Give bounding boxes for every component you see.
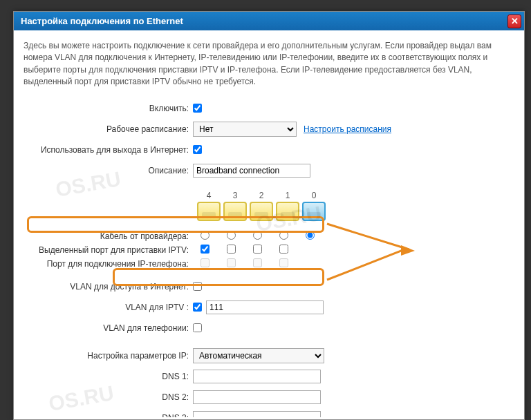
- port-numbers: 4 3 2 1 0: [197, 191, 514, 200]
- close-icon: ✕: [511, 16, 519, 26]
- iptv-port-2[interactable]: [253, 245, 262, 254]
- close-button[interactable]: ✕: [507, 15, 521, 28]
- label-vlan-iptv: VLAN для IPTV :: [24, 303, 193, 312]
- port-1-icon[interactable]: [276, 202, 299, 221]
- label-cable: Кабель от провайдера:: [24, 231, 193, 241]
- label-iptv-port: Выделенный порт для приставки IPTV:: [24, 245, 193, 255]
- ip-params-select[interactable]: Автоматическая: [193, 348, 324, 363]
- cable-radio-1[interactable]: [279, 231, 288, 240]
- cable-radio-0[interactable]: [306, 231, 315, 240]
- dns2-input[interactable]: [193, 390, 321, 404]
- description-input[interactable]: [193, 164, 310, 178]
- port-3-icon[interactable]: [223, 202, 247, 221]
- content-area: Здесь вы можете настроить подключение к …: [14, 30, 524, 417]
- phone-port-2[interactable]: [253, 258, 262, 267]
- iptv-port-4[interactable]: [201, 245, 209, 254]
- port-4-icon[interactable]: [197, 202, 221, 221]
- window-title: Настройка подключения по Ethernet: [21, 16, 183, 26]
- description-text: Здесь вы можете настроить подключение к …: [24, 40, 514, 88]
- cable-radio-2[interactable]: [253, 231, 262, 240]
- vlan-iptv-checkbox[interactable]: [193, 303, 202, 312]
- vlan-phone-checkbox[interactable]: [193, 323, 202, 332]
- phone-port-3[interactable]: [227, 258, 236, 267]
- dns3-input[interactable]: [193, 411, 321, 417]
- label-use-exit: Использовать для выхода в Интернет:: [24, 145, 193, 155]
- label-vlan-phone: VLAN для телефонии:: [24, 323, 193, 333]
- cable-radio-3[interactable]: [227, 231, 236, 240]
- label-schedule: Рабочее расписание:: [24, 124, 193, 134]
- label-description: Описание:: [24, 166, 193, 175]
- label-vlan-inet: VLAN для доступа в Интернет:: [24, 282, 193, 292]
- label-phone-port: Порт для подключения IP-телефона:: [24, 259, 193, 269]
- vlan-inet-checkbox[interactable]: [193, 282, 202, 291]
- use-exit-checkbox[interactable]: [193, 145, 202, 154]
- label-dns3: DNS 3:: [24, 413, 193, 417]
- label-ip-params: Настройка параметров IP:: [24, 351, 193, 361]
- vlan-iptv-input[interactable]: [206, 300, 324, 314]
- enable-checkbox[interactable]: [193, 104, 202, 113]
- label-dns2: DNS 2:: [24, 392, 193, 402]
- dns1-input[interactable]: [193, 370, 321, 383]
- port-2-icon[interactable]: [250, 202, 273, 221]
- cable-radio-4[interactable]: [201, 231, 209, 240]
- configure-schedules-link[interactable]: Настроить расписания: [304, 124, 391, 134]
- port-icons: [197, 202, 514, 221]
- schedule-select[interactable]: Нет: [193, 122, 297, 137]
- phone-port-1[interactable]: [279, 258, 288, 267]
- dialog-window: Настройка подключения по Ethernet ✕ Здес…: [13, 11, 525, 420]
- iptv-port-1[interactable]: [279, 245, 288, 254]
- label-dns1: DNS 1:: [24, 372, 193, 381]
- titlebar: Настройка подключения по Ethernet ✕: [14, 12, 524, 30]
- iptv-port-3[interactable]: [227, 245, 236, 254]
- port-0-icon[interactable]: [302, 202, 326, 221]
- label-enable: Включить:: [24, 104, 193, 113]
- phone-port-4[interactable]: [201, 258, 209, 267]
